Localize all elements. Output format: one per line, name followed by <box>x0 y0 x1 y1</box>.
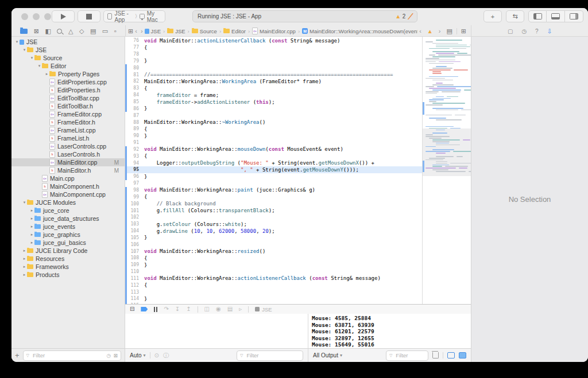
line-number[interactable]: 102 <box>125 215 144 220</box>
toggle-console-pane-button[interactable] <box>459 352 466 358</box>
code-line-92[interactable]: 92void MainEditor::WorkingArea::mouseDow… <box>125 146 422 153</box>
disclosure-closed-icon[interactable]: ▸ <box>29 240 34 245</box>
code-line-108[interactable]: 108{ <box>125 255 422 262</box>
code-line-112[interactable]: 112{ <box>125 282 422 289</box>
tree-row-juce-graphics[interactable]: ▸juce_graphics <box>11 231 125 239</box>
code-line-113[interactable]: 113 <box>125 289 422 295</box>
line-number[interactable]: 103 <box>125 221 144 227</box>
code-line-78[interactable]: 78 <box>125 51 422 58</box>
code-line-80[interactable]: 80 <box>125 64 422 71</box>
line-number[interactable]: 92 <box>125 147 144 152</box>
console-scope-selector[interactable]: All Output ▾ <box>313 352 342 358</box>
variables-filter-field[interactable]: ▽ <box>237 350 303 361</box>
tree-row-editproperties-cpp[interactable]: c+EditProperties.cpp <box>11 78 125 86</box>
line-number[interactable]: 76 <box>125 38 144 43</box>
line-number[interactable]: 86 <box>125 106 144 111</box>
tab-history-inspector[interactable]: ◷ <box>521 28 527 34</box>
disclosure-closed-icon[interactable]: ▸ <box>22 272 27 277</box>
project-navigator[interactable]: ▾JSE▾JSE▾Source▾Editor▸Property Pagesc+E… <box>11 37 125 348</box>
code-line-105[interactable]: 105} <box>125 234 422 241</box>
code-line-99[interactable]: 99{ <box>125 193 422 200</box>
minimize-window-button[interactable] <box>33 13 40 20</box>
clear-console-button[interactable] <box>432 352 439 358</box>
tab-issue-navigator[interactable]: △ <box>68 28 73 34</box>
line-number[interactable]: 97 <box>125 181 144 186</box>
line-number[interactable]: 81 <box>125 72 144 77</box>
tree-row-juce-modules[interactable]: ▾JUCE Modules <box>11 198 125 206</box>
breadcrumb-item[interactable]: Source <box>192 28 217 34</box>
next-issue-button[interactable]: › <box>437 28 443 34</box>
tab-file-inspector[interactable]: ▢ <box>508 28 513 34</box>
console-output[interactable]: Mouse: 4585, 25884Mouse: 63871, 63939Mou… <box>308 314 471 348</box>
tree-row-framelist-h[interactable]: hFrameList.h <box>11 134 125 142</box>
console-filter-field[interactable]: ▽ <box>386 350 428 361</box>
tree-row-maineditor-h[interactable]: hMainEditor.hM <box>11 166 125 174</box>
tree-row-resources[interactable]: ▸Resources <box>11 255 125 263</box>
stop-button[interactable] <box>78 10 100 22</box>
tree-row-lasercontrols-h[interactable]: hLaserControls.h <box>11 150 125 158</box>
line-number[interactable]: 113 <box>125 290 144 295</box>
tree-row-juce-events[interactable]: ▸juce_events <box>11 223 125 231</box>
environment-overrides-button[interactable]: ▤ <box>227 306 233 312</box>
minimap-toggle-icon[interactable]: ▤ <box>446 28 452 34</box>
line-number[interactable]: 95 <box>125 167 144 172</box>
tree-row-products[interactable]: ▸Products <box>11 271 125 279</box>
view-hierarchy-button[interactable]: ◫ <box>204 306 210 312</box>
disclosure-closed-icon[interactable]: ▸ <box>29 208 34 213</box>
disclosure-open-icon[interactable]: ▾ <box>14 40 20 44</box>
code-line-77[interactable]: 77{ <box>125 44 422 51</box>
code-line-93[interactable]: 93{ <box>125 153 422 159</box>
line-number[interactable]: 82 <box>125 79 144 84</box>
code-line-79[interactable]: 79} <box>125 58 422 65</box>
line-number[interactable]: 77 <box>125 45 144 50</box>
tree-row-maincomponent-h[interactable]: hMainComponent.h <box>11 182 125 190</box>
line-number[interactable]: 80 <box>125 65 144 71</box>
activity-viewer[interactable]: Running JSE : JSE - App ▲ 2 ╱ <box>192 10 417 22</box>
disclosure-closed-icon[interactable]: ▸ <box>29 224 34 229</box>
line-number[interactable]: 99 <box>125 194 144 200</box>
breadcrumb-item[interactable]: JSE <box>145 28 161 34</box>
tree-row-frameworks[interactable]: ▸Frameworks <box>11 263 125 271</box>
disclosure-open-icon[interactable]: ▾ <box>22 48 27 52</box>
toggle-variables-pane-button[interactable] <box>447 352 455 358</box>
tree-row-maineditor-cpp[interactable]: c+MainEditor.cppM <box>11 158 125 166</box>
code-line-86[interactable]: 86} <box>125 105 422 112</box>
breadcrumb-item[interactable]: Editor <box>223 28 246 34</box>
tab-source-control[interactable]: ⊠ <box>34 28 39 34</box>
tab-symbol-navigator[interactable]: ◧ <box>45 28 51 34</box>
line-number[interactable]: 107 <box>125 249 144 254</box>
tab-quick-help-inspector[interactable]: ? <box>535 28 539 34</box>
code-line-94[interactable]: 94 Logger::outputDebugString ("Mouse: " … <box>125 159 422 166</box>
editor-minimap[interactable] <box>422 37 471 304</box>
toggle-inspector-button[interactable] <box>565 10 583 22</box>
breadcrumb-item[interactable]: MMainEditor::WorkingArea::mouseDown(even… <box>302 28 417 34</box>
line-number[interactable]: 91 <box>125 140 144 145</box>
line-number[interactable]: 104 <box>125 228 144 233</box>
tree-row-editproperties-h[interactable]: hEditProperties.h <box>11 86 125 94</box>
line-number[interactable]: 105 <box>125 235 144 240</box>
code-line-89[interactable]: 89{ <box>125 126 422 133</box>
variables-scope-selector[interactable]: Auto ▾ <box>130 352 146 358</box>
tree-row-source[interactable]: ▾Source <box>11 54 125 62</box>
related-items-icon[interactable]: ⊞ <box>128 28 133 34</box>
toggle-navigator-button[interactable] <box>528 10 547 22</box>
forward-button[interactable]: › <box>139 28 145 34</box>
code-line-100[interactable]: 100 // Black background <box>125 200 422 207</box>
line-number[interactable]: 84 <box>125 92 144 98</box>
breakpoints-toggle-button[interactable] <box>141 307 148 311</box>
scheme-selector[interactable]: JSE - App 〉 My Mac <box>103 10 165 22</box>
tab-report-navigator[interactable]: ▫ <box>114 28 117 34</box>
tab-breakpoint-navigator[interactable]: ▭ <box>102 28 108 34</box>
line-number[interactable]: 98 <box>125 188 144 193</box>
line-number[interactable]: 78 <box>125 52 144 57</box>
tree-row-maincomponent-cpp[interactable]: c+MainComponent.cpp <box>11 190 125 198</box>
code-line-84[interactable]: 84 frameEditor = frame; <box>125 92 422 99</box>
line-number[interactable]: 90 <box>125 133 144 138</box>
code-line-87[interactable]: 87 <box>125 112 422 119</box>
recent-files-icon[interactable]: ◷ <box>107 353 111 358</box>
line-number[interactable]: 111 <box>125 276 144 281</box>
code-line-90[interactable]: 90} <box>125 133 422 139</box>
back-button[interactable]: ‹ <box>133 28 139 34</box>
code-editor[interactable]: 76void MainEditor::actionListenerCallbac… <box>125 37 422 305</box>
code-line-107[interactable]: 107void MainEditor::WorkingArea::resized… <box>125 248 422 255</box>
